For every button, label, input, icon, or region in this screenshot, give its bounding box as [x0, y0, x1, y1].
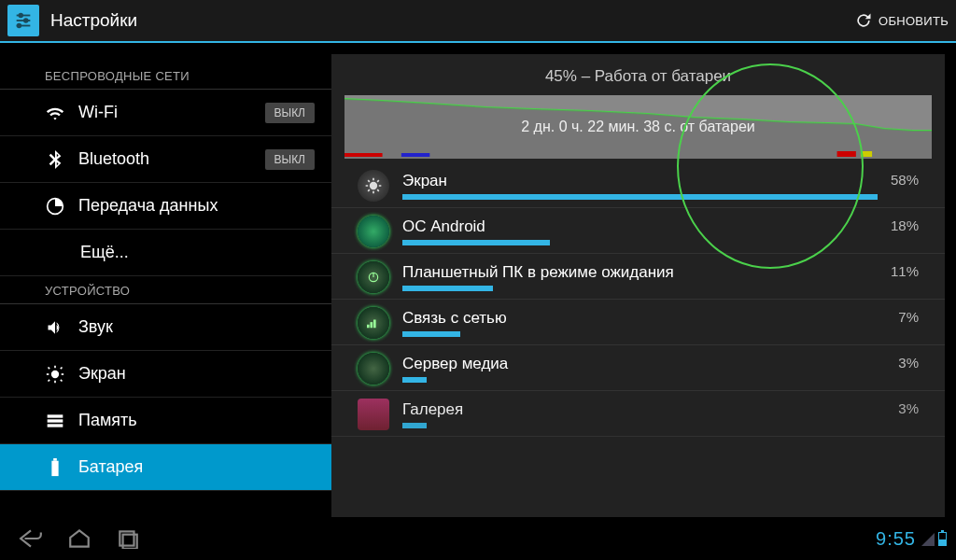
- section-header-wireless: БЕСПРОВОДНЫЕ СЕТИ: [0, 62, 331, 90]
- svg-point-25: [370, 182, 377, 189]
- svg-rect-24: [861, 151, 872, 157]
- svg-rect-19: [51, 460, 58, 475]
- sidebar-item-display[interactable]: Экран: [0, 351, 331, 398]
- sidebar-label: Звук: [78, 317, 113, 337]
- wifi-toggle[interactable]: ВЫКЛ: [265, 103, 316, 123]
- svg-point-5: [18, 24, 21, 28]
- sidebar-item-wifi[interactable]: Wi-Fi ВЫКЛ: [0, 90, 331, 136]
- sound-icon: [45, 319, 65, 336]
- svg-rect-17: [48, 419, 63, 422]
- usage-item-media[interactable]: Сервер медиа 3%: [331, 345, 945, 391]
- usage-percent: 3%: [898, 400, 919, 416]
- svg-point-1: [19, 14, 22, 18]
- sidebar-label: Wi-Fi: [78, 103, 118, 122]
- recent-icon: [116, 528, 140, 549]
- sidebar-label: Ещё...: [80, 243, 129, 262]
- usage-item-gallery[interactable]: Галерея 3%: [331, 391, 945, 437]
- usage-percent: 11%: [891, 263, 919, 279]
- battery-usage-list: Экран 58% ОС Android 18% Планшетный ПК: [331, 159, 945, 517]
- usage-bar: [402, 286, 493, 291]
- signal-icon: [921, 533, 935, 546]
- settings-icon: [7, 5, 39, 36]
- main-area: БЕСПРОВОДНЫЕ СЕТИ Wi-Fi ВЫКЛ Bluetooth В…: [0, 43, 956, 517]
- svg-rect-18: [48, 424, 63, 427]
- signal-icon: [358, 307, 389, 339]
- bluetooth-icon: [45, 150, 65, 169]
- data-usage-icon: [45, 197, 65, 216]
- recent-button[interactable]: [106, 520, 149, 557]
- usage-label: Сервер медиа: [402, 355, 885, 373]
- svg-point-7: [51, 370, 59, 377]
- usage-bar: [402, 194, 878, 200]
- home-icon: [67, 528, 91, 549]
- battery-status-icon: [938, 532, 947, 546]
- back-button[interactable]: [9, 520, 52, 557]
- back-icon: [19, 528, 43, 549]
- svg-rect-23: [837, 151, 856, 157]
- svg-rect-29: [371, 322, 373, 328]
- settings-sidebar: БЕСПРОВОДНЫЕ СЕТИ Wi-Fi ВЫКЛ Bluetooth В…: [0, 43, 331, 517]
- svg-rect-21: [344, 153, 383, 157]
- wifi-icon: [45, 105, 65, 120]
- usage-label: ОС Android: [402, 217, 878, 236]
- refresh-icon: [854, 11, 873, 30]
- status-icons: [921, 532, 947, 546]
- refresh-button[interactable]: ОБНОВИТЬ: [854, 11, 949, 30]
- svg-line-15: [61, 379, 63, 381]
- brightness-icon: [358, 170, 389, 202]
- usage-item-android[interactable]: ОС Android 18%: [331, 208, 945, 254]
- bluetooth-toggle[interactable]: ВЫКЛ: [265, 149, 316, 170]
- svg-line-14: [49, 379, 50, 381]
- svg-rect-20: [53, 458, 57, 461]
- system-navbar: 9:55: [0, 517, 956, 560]
- svg-rect-30: [373, 320, 376, 329]
- sidebar-item-more[interactable]: Ещё...: [0, 230, 331, 276]
- sidebar-item-battery[interactable]: Батарея: [0, 444, 331, 491]
- home-button[interactable]: [58, 520, 101, 557]
- usage-label: Планшетный ПК в режиме ожидания: [402, 263, 878, 282]
- sidebar-label: Память: [78, 411, 137, 430]
- svg-rect-28: [367, 325, 370, 329]
- media-server-icon: [358, 353, 389, 385]
- battery-icon: [45, 458, 65, 477]
- usage-item-screen[interactable]: Экран 58%: [331, 162, 945, 208]
- sidebar-label: Bluetooth: [78, 149, 149, 169]
- sidebar-item-data[interactable]: Передача данных: [0, 183, 331, 230]
- usage-item-idle[interactable]: Планшетный ПК в режиме ожидания 11%: [331, 254, 945, 300]
- usage-percent: 58%: [891, 172, 919, 188]
- usage-label: Связь с сетью: [402, 309, 885, 328]
- usage-percent: 7%: [898, 309, 919, 325]
- gallery-icon: [358, 399, 389, 430]
- usage-item-cell[interactable]: Связь с сетью 7%: [331, 300, 945, 345]
- page-title: Настройки: [50, 10, 854, 31]
- usage-label: Экран: [402, 172, 878, 190]
- svg-rect-22: [401, 153, 429, 157]
- usage-bar: [402, 240, 550, 245]
- battery-graph[interactable]: 2 дн. 0 ч. 22 мин. 38 с. от батареи: [344, 95, 932, 159]
- sidebar-label: Экран: [78, 364, 126, 384]
- usage-label: Галерея: [402, 400, 885, 419]
- usage-bar: [402, 377, 427, 383]
- sidebar-item-storage[interactable]: Память: [0, 398, 331, 444]
- usage-percent: 3%: [898, 355, 919, 371]
- battery-status-text: 45% – Работа от батареи: [331, 54, 945, 95]
- refresh-label: ОБНОВИТЬ: [879, 14, 949, 28]
- sidebar-label: Передача данных: [78, 196, 218, 216]
- brightness-icon: [45, 365, 65, 384]
- usage-bar: [402, 423, 427, 428]
- svg-point-3: [24, 19, 28, 22]
- section-header-device: УСТРОЙСТВО: [0, 276, 331, 304]
- sidebar-label: Батарея: [78, 457, 143, 477]
- storage-icon: [45, 413, 65, 429]
- svg-rect-16: [48, 414, 63, 417]
- usage-percent: 18%: [891, 217, 919, 233]
- battery-detail-panel: 45% – Работа от батареи 2 дн. 0 ч. 22 ми…: [331, 54, 945, 517]
- power-icon: [358, 261, 389, 293]
- sidebar-item-bluetooth[interactable]: Bluetooth ВЫКЛ: [0, 136, 331, 183]
- battery-duration-label: 2 дн. 0 ч. 22 мин. 38 с. от батареи: [521, 119, 754, 135]
- usage-bar: [402, 331, 460, 337]
- android-icon: [358, 216, 389, 247]
- sidebar-item-sound[interactable]: Звук: [0, 304, 331, 351]
- svg-line-12: [49, 367, 50, 369]
- status-clock: 9:55: [876, 528, 916, 550]
